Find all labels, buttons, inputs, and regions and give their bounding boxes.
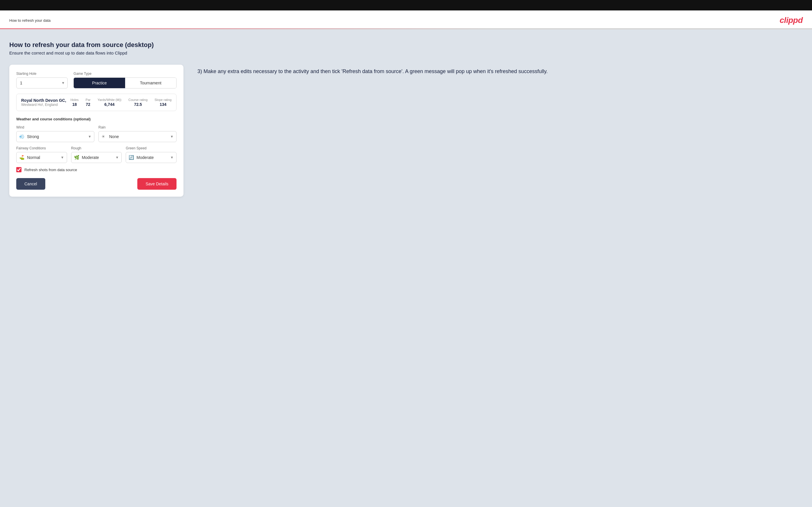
holes-stat: Holes 18 (70, 98, 79, 107)
main-content: How to refresh your data from source (de… (0, 30, 812, 507)
practice-button[interactable]: Practice (74, 78, 125, 88)
form-actions: Cancel Save Details (16, 178, 176, 190)
starting-hole-label: Starting Hole (16, 72, 68, 76)
instruction-panel: 3) Make any extra edits necessary to the… (197, 65, 803, 76)
refresh-checkbox-label[interactable]: Refresh shots from data source (24, 168, 77, 172)
slope-rating-stat: Slope rating 134 (154, 98, 171, 107)
par-stat: Par 72 (86, 98, 91, 107)
top-bar (0, 0, 812, 10)
green-speed-label: Green Speed (126, 146, 176, 150)
save-button[interactable]: Save Details (137, 178, 176, 190)
wind-group: Wind 💨 Strong ▼ (16, 125, 94, 142)
slope-rating-value: 134 (160, 102, 166, 107)
yards-stat: Yards/White (M)) 6,744 (98, 98, 121, 107)
game-type-group: Game Type Practice Tournament (73, 72, 176, 89)
form-top-row: Starting Hole 1 ▼ Game Type Practice Tou… (16, 72, 176, 89)
starting-hole-select-wrapper: 1 ▼ (16, 77, 68, 89)
tournament-button[interactable]: Tournament (125, 78, 176, 88)
yards-label: Yards/White (M)) (98, 98, 121, 102)
rain-select-wrapper: ☀ None ▼ (98, 131, 176, 142)
slope-rating-label: Slope rating (154, 98, 171, 102)
clippd-logo: clippd (780, 16, 803, 29)
rain-label: Rain (98, 125, 176, 129)
yards-value: 6,744 (104, 102, 115, 107)
rough-group: Rough 🌿 Moderate ▼ (71, 146, 122, 163)
par-value: 72 (86, 102, 91, 107)
rough-label: Rough (71, 146, 122, 150)
course-location: Westward Ho!, England (21, 103, 66, 107)
course-rating-label: Course rating (128, 98, 148, 102)
fairway-select-wrapper: ⛳ Normal ▼ (16, 152, 67, 163)
holes-value: 18 (72, 102, 77, 107)
page-subtitle: Ensure the correct and most up to date d… (9, 51, 803, 55)
holes-label: Holes (70, 98, 79, 102)
green-speed-group: Green Speed 🔄 Moderate ▼ (126, 146, 176, 163)
course-name: Royal North Devon GC, (21, 98, 66, 103)
refresh-checkbox-row: Refresh shots from data source (16, 167, 176, 172)
course-details: Royal North Devon GC, Westward Ho!, Engl… (21, 98, 66, 107)
wind-select[interactable]: Strong (16, 131, 94, 142)
page-title: How to refresh your data from source (de… (9, 41, 803, 49)
fairway-label: Fairway Conditions (16, 146, 67, 150)
starting-hole-select[interactable]: 1 (16, 77, 68, 89)
green-speed-select-wrapper: 🔄 Moderate ▼ (126, 152, 176, 163)
content-layout: Starting Hole 1 ▼ Game Type Practice Tou… (9, 65, 803, 196)
wind-label: Wind (16, 125, 94, 129)
fairway-group: Fairway Conditions ⛳ Normal ▼ (16, 146, 67, 163)
rough-select-wrapper: 🌿 Moderate ▼ (71, 152, 122, 163)
rough-select[interactable]: Moderate (71, 152, 122, 163)
par-label: Par (86, 98, 91, 102)
course-stats: Holes 18 Par 72 Yards/White (M)) 6,744 (70, 98, 171, 107)
conditions-section-title: Weather and course conditions (optional) (16, 117, 176, 121)
header: How to refresh your data clippd (0, 10, 812, 30)
refresh-checkbox[interactable] (16, 167, 21, 172)
game-type-buttons: Practice Tournament (73, 77, 176, 89)
course-rating-value: 72.5 (134, 102, 142, 107)
rain-group: Rain ☀ None ▼ (98, 125, 176, 142)
course-header: Royal North Devon GC, Westward Ho!, Engl… (21, 98, 171, 107)
course-rating-stat: Course rating 72.5 (128, 98, 148, 107)
header-title: How to refresh your data (9, 18, 51, 27)
cancel-button[interactable]: Cancel (16, 178, 45, 190)
starting-hole-group: Starting Hole 1 ▼ (16, 72, 68, 89)
conditions-row-1: Wind 💨 Strong ▼ Rain ☀ None (16, 125, 176, 142)
game-type-label: Game Type (73, 72, 176, 76)
form-card: Starting Hole 1 ▼ Game Type Practice Tou… (9, 65, 184, 196)
course-info-box: Royal North Devon GC, Westward Ho!, Engl… (16, 94, 176, 111)
green-speed-select[interactable]: Moderate (126, 152, 176, 163)
conditions-row-2: Fairway Conditions ⛳ Normal ▼ Rough 🌿 (16, 146, 176, 163)
rain-select[interactable]: None (98, 131, 176, 142)
wind-select-wrapper: 💨 Strong ▼ (16, 131, 94, 142)
instruction-text: 3) Make any extra edits necessary to the… (197, 68, 803, 76)
fairway-select[interactable]: Normal (16, 152, 67, 163)
